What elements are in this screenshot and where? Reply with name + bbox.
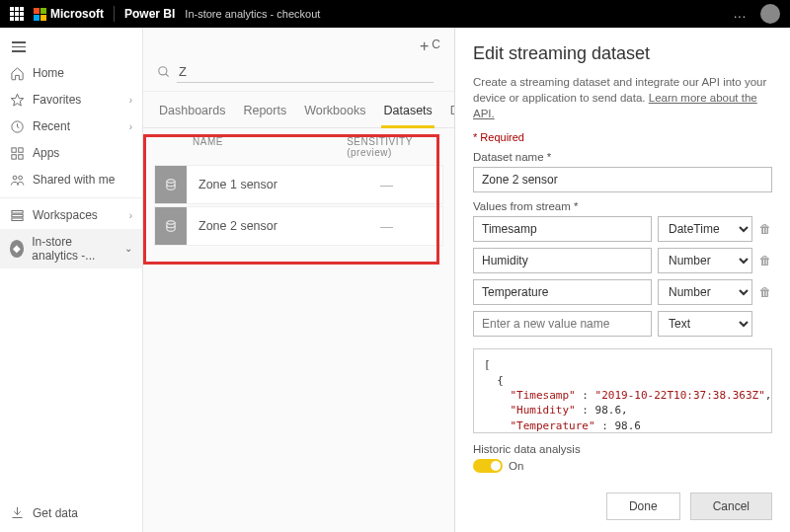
workspace-badge-icon: ◆: [10, 240, 24, 258]
sidebar-item-label: Apps: [33, 146, 59, 160]
apps-icon: [10, 146, 25, 161]
divider: [0, 197, 142, 198]
panel-title: Edit streaming dataset: [473, 43, 772, 64]
svg-point-6: [19, 176, 23, 180]
values-from-stream-label: Values from stream *: [473, 200, 772, 212]
dataset-list: Zone 1 sensor — Zone 2 sensor —: [143, 166, 454, 245]
new-field-name-input[interactable]: [473, 311, 652, 337]
nav-toggle-button[interactable]: [0, 34, 142, 60]
svg-rect-7: [12, 210, 23, 213]
field-type-select[interactable]: Number: [658, 279, 752, 305]
divider: [114, 6, 115, 22]
svg-rect-8: [12, 214, 23, 217]
table-row[interactable]: Zone 1 sensor —: [155, 166, 442, 203]
sidebar-item-label: Shared with me: [33, 173, 115, 187]
cancel-button[interactable]: Cancel: [690, 493, 772, 520]
brand-text: Microsoft: [50, 7, 104, 21]
topbar: Microsoft Power BI In-store analytics - …: [0, 0, 790, 28]
clock-icon: [10, 119, 25, 134]
sidebar-item-home[interactable]: Home: [0, 60, 142, 87]
search-input[interactable]: [177, 61, 434, 83]
sidebar-item-label: In-store analytics -...: [32, 235, 117, 263]
svg-point-12: [167, 221, 175, 225]
search-icon: [157, 65, 171, 79]
sidebar-item-shared[interactable]: Shared with me: [0, 167, 142, 193]
field-type-select[interactable]: DateTime: [658, 216, 752, 242]
dataset-name-input[interactable]: [473, 167, 772, 192]
svg-point-11: [167, 180, 175, 184]
dataset-name-label: Dataset name *: [473, 151, 772, 163]
dataset-icon: [155, 207, 187, 245]
edit-streaming-dataset-panel: Edit streaming dataset Create a streamin…: [454, 28, 790, 532]
plus-icon[interactable]: +: [420, 38, 429, 55]
col-name: NAME: [193, 136, 347, 158]
sidebar-item-label: Recent: [33, 119, 70, 133]
dataset-name: Zone 2 sensor: [187, 219, 380, 233]
sample-json-preview: [ { "Timesamp" : "2019-10-22T10:37:38.36…: [473, 348, 772, 433]
stream-field-row-new: Text: [473, 311, 772, 337]
field-name-input[interactable]: [473, 279, 652, 305]
stream-field-row: Number 🗑: [473, 248, 772, 273]
table-row[interactable]: Zone 2 sensor —: [155, 207, 442, 245]
tab-workbooks[interactable]: Workbooks: [302, 100, 367, 127]
svg-rect-1: [12, 147, 16, 151]
sidebar-item-favorites[interactable]: Favorites ›: [0, 87, 142, 114]
field-type-select[interactable]: Number: [658, 248, 752, 273]
getdata-icon: [10, 505, 25, 520]
table-header: NAME SENSITIVITY (preview): [143, 128, 454, 162]
tabs: Dashboards Reports Workbooks Datasets Da…: [143, 100, 454, 128]
sidebar-item-apps[interactable]: Apps: [0, 140, 142, 167]
dataset-name: Zone 1 sensor: [187, 178, 380, 191]
new-field-type-select[interactable]: Text: [658, 311, 752, 337]
svg-rect-2: [19, 147, 23, 151]
delete-field-button[interactable]: 🗑: [758, 254, 772, 267]
star-icon: [10, 93, 25, 108]
panel-description: Create a streaming dataset and integrate…: [473, 74, 772, 121]
avatar[interactable]: [760, 4, 780, 24]
sidebar-item-workspaces[interactable]: Workspaces ›: [0, 202, 142, 229]
create-button[interactable]: C: [432, 38, 440, 55]
product-name: Power BI: [124, 7, 175, 21]
svg-rect-9: [12, 218, 23, 221]
historic-data-label: Historic data analysis: [473, 443, 772, 455]
microsoft-logo: Microsoft: [34, 7, 104, 21]
historic-data-state: On: [509, 460, 523, 472]
tab-dashboards[interactable]: Dashboards: [157, 100, 227, 127]
sidebar-item-label: Home: [33, 66, 64, 80]
tab-datasets[interactable]: Datasets: [381, 100, 434, 128]
home-icon: [10, 66, 25, 81]
content: + C Dashboards Reports Workbooks Dataset…: [143, 28, 454, 532]
dataset-sensitivity: —: [380, 178, 393, 192]
sidebar-item-label: Workspaces: [33, 208, 98, 222]
delete-field-button[interactable]: 🗑: [758, 285, 772, 299]
chevron-down-icon: ⌄: [124, 243, 132, 254]
historic-data-toggle[interactable]: [473, 459, 503, 473]
tab-dataflows[interactable]: Dataflow: [448, 100, 454, 127]
stream-field-row: Number 🗑: [473, 279, 772, 305]
done-button[interactable]: Done: [606, 493, 680, 520]
workspaces-icon: [10, 208, 25, 223]
dataset-sensitivity: —: [380, 219, 393, 234]
sidebar-item-getdata[interactable]: Get data: [0, 499, 142, 526]
sidebar-item-label: Favorites: [33, 93, 81, 107]
sidebar-item-recent[interactable]: Recent ›: [0, 114, 142, 140]
chevron-right-icon: ›: [129, 121, 132, 132]
delete-field-button[interactable]: 🗑: [758, 222, 772, 236]
dataset-icon: [155, 166, 187, 203]
field-name-input[interactable]: [473, 248, 652, 273]
shared-icon: [10, 173, 25, 188]
stream-field-row: DateTime 🗑: [473, 216, 772, 242]
col-sensitivity: SENSITIVITY (preview): [347, 136, 440, 158]
more-button[interactable]: ...: [734, 7, 747, 21]
sidebar: Home Favorites › Recent › Apps Shared wi…: [0, 28, 143, 532]
app-launcher-icon[interactable]: [10, 7, 24, 21]
svg-point-5: [13, 176, 17, 180]
required-note: * Required: [473, 131, 772, 143]
field-name-input[interactable]: [473, 216, 652, 242]
chevron-right-icon: ›: [129, 95, 132, 106]
sample-timesamp: "2019-10-22T10:37:38.363Z": [595, 389, 765, 402]
svg-point-10: [159, 67, 167, 75]
tab-reports[interactable]: Reports: [241, 100, 288, 127]
sidebar-active-workspace[interactable]: ◆ In-store analytics -... ⌄: [0, 229, 142, 268]
chevron-right-icon: ›: [129, 210, 132, 221]
